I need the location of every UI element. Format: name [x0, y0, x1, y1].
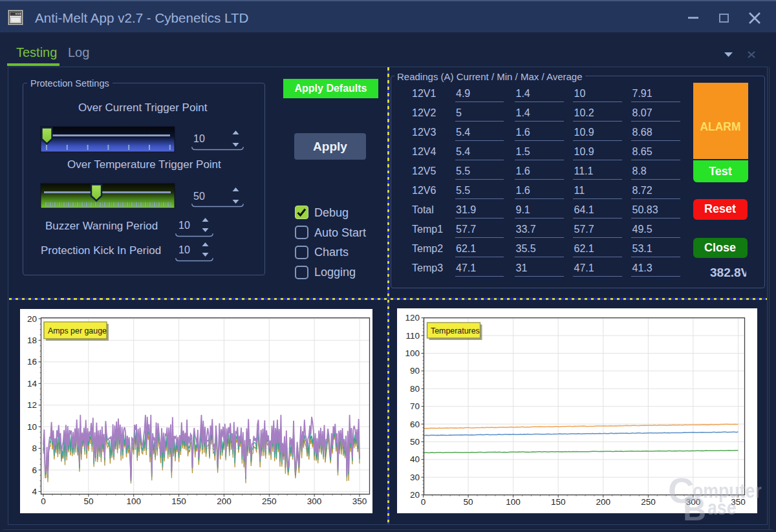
- svg-text:350: 350: [352, 496, 367, 506]
- svg-text:Temperatures: Temperatures: [431, 326, 480, 335]
- svg-text:12: 12: [27, 400, 36, 410]
- svg-text:0: 0: [41, 496, 46, 506]
- svg-text:8: 8: [32, 443, 37, 453]
- svg-text:0: 0: [420, 497, 426, 507]
- svg-text:4: 4: [32, 487, 37, 496]
- svg-text:18: 18: [27, 335, 36, 345]
- svg-text:Amps per gauge: Amps per gauge: [48, 326, 107, 335]
- svg-text:110: 110: [405, 331, 420, 341]
- svg-text:30: 30: [409, 473, 419, 482]
- svg-text:150: 150: [550, 497, 565, 507]
- svg-text:50: 50: [83, 496, 93, 506]
- svg-text:20: 20: [27, 314, 36, 324]
- svg-text:14: 14: [27, 379, 37, 388]
- svg-text:100: 100: [506, 497, 521, 507]
- svg-text:200: 200: [596, 497, 610, 507]
- svg-text:60: 60: [409, 420, 419, 429]
- svg-text:10: 10: [27, 422, 36, 432]
- svg-text:250: 250: [262, 496, 277, 506]
- svg-text:6: 6: [32, 465, 37, 475]
- svg-text:16: 16: [27, 357, 36, 367]
- svg-text:300: 300: [307, 496, 321, 506]
- svg-text:100: 100: [126, 496, 141, 506]
- svg-text:70: 70: [409, 401, 419, 411]
- svg-text:80: 80: [409, 384, 419, 394]
- svg-text:40: 40: [409, 454, 419, 464]
- svg-text:120: 120: [405, 313, 420, 323]
- svg-text:20: 20: [409, 490, 419, 500]
- svg-text:50: 50: [463, 497, 473, 507]
- svg-text:100: 100: [405, 348, 420, 358]
- svg-text:250: 250: [641, 497, 656, 507]
- svg-text:200: 200: [217, 496, 232, 506]
- svg-text:150: 150: [171, 496, 186, 506]
- svg-text:90: 90: [409, 366, 419, 376]
- svg-text:50: 50: [409, 437, 419, 447]
